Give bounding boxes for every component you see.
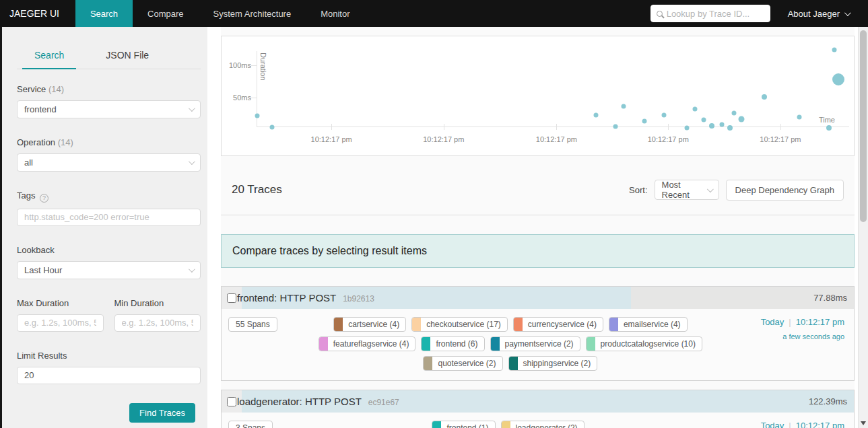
- service-color-chip: [491, 337, 500, 351]
- operation-count: (14): [58, 137, 73, 147]
- service-color-chip: [432, 421, 441, 428]
- service-tag-label: frontend (6): [430, 337, 483, 351]
- trace-scatter-point[interactable]: [727, 125, 733, 131]
- sort-select[interactable]: Most Recent: [655, 180, 719, 200]
- trace-scatter-point[interactable]: [642, 118, 646, 123]
- min-duration-input[interactable]: [114, 314, 201, 332]
- chevron-down-icon: [844, 9, 851, 16]
- service-tag: loadgenerator (2): [501, 421, 585, 428]
- limit-results-label: Limit Results: [17, 351, 201, 361]
- scrollbar-down-arrow[interactable]: [861, 421, 866, 425]
- service-tag: emailservice (4): [609, 317, 688, 332]
- trace-scatter-point[interactable]: [738, 116, 744, 122]
- find-traces-button[interactable]: Find Traces: [129, 403, 195, 423]
- trace-count: 20 Traces: [232, 183, 282, 197]
- service-tag: cartservice (4): [333, 317, 406, 332]
- service-color-chip: [609, 318, 618, 331]
- service-tag-label: cartservice (4): [343, 318, 405, 331]
- operation-select[interactable]: all: [17, 153, 201, 172]
- trace-scatter-point[interactable]: [832, 73, 844, 85]
- sort-label: Sort:: [629, 185, 647, 195]
- min-duration-field: Min Duration: [114, 298, 201, 332]
- search-sidebar: Search JSON File Service (14) frontend O…: [2, 27, 207, 428]
- trace-scatter-point[interactable]: [797, 115, 802, 120]
- service-tag: productcatalogservice (10): [586, 336, 702, 351]
- about-jaeger-label: About Jaeger: [788, 9, 840, 19]
- trace-scatter-point[interactable]: [709, 123, 714, 129]
- help-icon[interactable]: ?: [40, 194, 48, 203]
- trace-body: 3 Spans frontend (1)loadgenerator (2) To…: [222, 413, 854, 428]
- trace-scatter-point[interactable]: [593, 113, 598, 118]
- service-field: Service (14) frontend: [17, 84, 201, 118]
- trace-scatter-point[interactable]: [832, 48, 837, 52]
- service-tag-label: currencyservice (4): [523, 318, 603, 331]
- trace-time-link[interactable]: 10:12:17 pm: [796, 317, 844, 327]
- trace-date-link[interactable]: Today: [761, 317, 784, 327]
- trace-lookup-input[interactable]: [667, 9, 764, 19]
- deep-dependency-graph-button[interactable]: Deep Dependency Graph: [726, 180, 844, 201]
- service-select[interactable]: frontend: [17, 100, 201, 118]
- trace-scatter-point[interactable]: [255, 114, 259, 118]
- trace-time-link[interactable]: 10:12:17 pm: [796, 421, 844, 428]
- service-color-chip: [514, 318, 523, 331]
- search-icon: [657, 11, 663, 17]
- trace-scatter-point[interactable]: [662, 113, 667, 118]
- nav-right-group: About Jaeger: [650, 0, 868, 27]
- trace-header-content: loadgenerator: HTTP POST ec91e67 122.39m…: [222, 390, 854, 413]
- y-tick-label: 50ms: [224, 94, 251, 102]
- window-left-edge: [0, 27, 2, 428]
- trace-header[interactable]: loadgenerator: HTTP POST ec91e67 122.39m…: [222, 390, 854, 413]
- vertical-scrollbar[interactable]: [858, 27, 868, 428]
- trace-scatter-point[interactable]: [719, 122, 724, 127]
- trace-id: 1b92613: [343, 294, 374, 304]
- x-tick-label: 10:12:17 pm: [648, 135, 689, 143]
- trace-scatter-point[interactable]: [762, 94, 767, 100]
- service-tag: featureflagservice (4): [319, 336, 416, 351]
- service-tags: cartservice (4)checkoutservice (17)curre…: [277, 317, 743, 371]
- x-axis-title: Time: [819, 116, 835, 124]
- tags-input[interactable]: [17, 209, 201, 226]
- tab-search[interactable]: Search: [17, 43, 81, 69]
- service-color-chip: [412, 318, 421, 331]
- compare-traces-banner: Compare traces by selecting result items: [221, 234, 855, 268]
- tab-json-file[interactable]: JSON File: [88, 43, 166, 69]
- duration-scatter-card: 100ms 50ms Duration Time 10:12:17 pm10:1…: [221, 36, 855, 156]
- service-color-chip: [509, 357, 518, 370]
- timestamp-separator: |: [789, 421, 791, 428]
- trace-scatter-point[interactable]: [692, 106, 697, 111]
- x-tick-label: 10:12:17 pm: [536, 135, 577, 143]
- service-tag: currencyservice (4): [513, 317, 603, 332]
- service-tag-label: productcatalogservice (10): [595, 337, 702, 351]
- trace-scatter-point[interactable]: [684, 126, 689, 131]
- trace-scatter-point[interactable]: [613, 124, 617, 129]
- trace-card: frontend: HTTP POST 1b92613 77.88ms 55 S…: [221, 286, 855, 381]
- lookback-select[interactable]: Last Hour: [17, 261, 201, 279]
- scrollbar-thumb[interactable]: [860, 30, 867, 222]
- duration-fields: Max Duration Min Duration: [17, 298, 201, 332]
- service-tag-label: paymentservice (2): [500, 337, 580, 351]
- service-color-chip: [424, 357, 432, 370]
- trace-scatter-point[interactable]: [732, 111, 737, 116]
- about-jaeger-menu[interactable]: About Jaeger: [788, 9, 849, 19]
- max-duration-input[interactable]: [17, 314, 104, 332]
- nav-tab-system-architecture[interactable]: System Architecture: [199, 0, 306, 27]
- trace-scatter-point[interactable]: [702, 117, 706, 122]
- y-tick-mark: [251, 98, 257, 98]
- x-tick-label: 10:12:17 pm: [760, 135, 801, 143]
- nav-tab-search[interactable]: Search: [75, 0, 133, 27]
- service-tag-label: frontend (1): [441, 421, 494, 428]
- trace-scatter-point[interactable]: [269, 125, 274, 130]
- lookback-select-value: Last Hour: [24, 265, 62, 275]
- chevron-down-icon: [189, 158, 195, 165]
- trace-header[interactable]: frontend: HTTP POST 1b92613 77.88ms: [222, 287, 854, 309]
- trace-scatter-point[interactable]: [622, 104, 626, 109]
- nav-tab-monitor[interactable]: Monitor: [306, 0, 364, 27]
- tags-label: Tags ?: [17, 190, 201, 203]
- trace-title: loadgenerator: HTTP POST ec91e67: [237, 396, 399, 407]
- limit-results-input[interactable]: [17, 367, 201, 384]
- trace-date-link[interactable]: Today: [761, 421, 784, 428]
- trace-scatter-point[interactable]: [826, 125, 832, 131]
- trace-title: frontend: HTTP POST 1b92613: [237, 292, 374, 304]
- nav-tab-compare[interactable]: Compare: [133, 0, 198, 27]
- service-tag-label: featureflagservice (4): [328, 337, 415, 351]
